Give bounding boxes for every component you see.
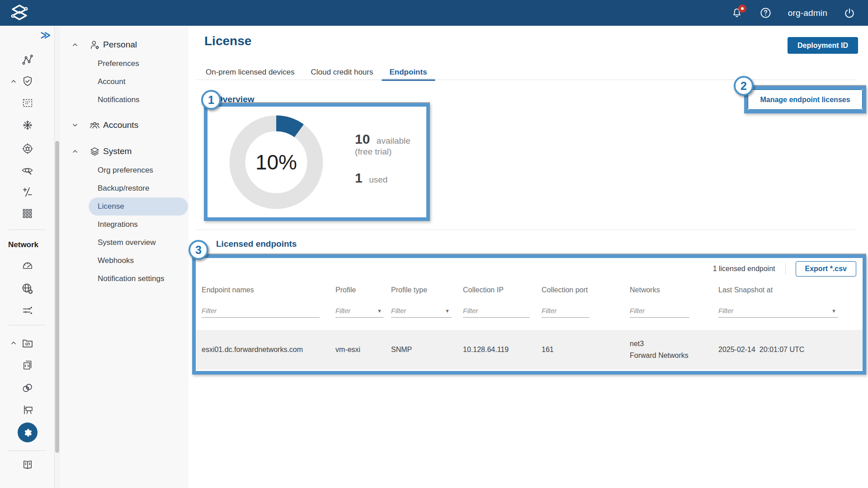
sidebar-item-notification-settings[interactable]: Notification settings <box>60 270 189 288</box>
network-org: Forward Networks <box>630 350 718 361</box>
filter-profile-type-select[interactable] <box>391 307 445 314</box>
diff-icon[interactable] <box>0 183 55 201</box>
table-row[interactable]: esxi01.dc.forwardnetworks.com vm-esxi SN… <box>196 330 863 370</box>
page-title: License <box>204 34 251 48</box>
documentation-book-icon[interactable] <box>0 456 55 474</box>
col-collection-port: Collection port <box>542 286 630 294</box>
sidebar-item-system-overview[interactable]: System overview <box>60 234 189 252</box>
rail-scrollbar[interactable] <box>55 26 60 488</box>
verify-shield-icon[interactable] <box>0 72 55 90</box>
overview-annotation-box: 10% 10 available (free trial) 1 used <box>204 103 430 221</box>
usage-donut-chart: 10% <box>227 113 325 211</box>
sidebar-item-preferences[interactable]: Preferences <box>60 55 189 73</box>
cell-profile: vm-esxi <box>335 346 391 354</box>
rail-divider <box>8 450 46 451</box>
filter-collection-ip-input[interactable] <box>463 307 530 314</box>
notification-badge <box>738 5 746 13</box>
chevron-up-icon <box>69 148 81 155</box>
callout-2: 2 <box>734 76 754 96</box>
col-endpoint-names: Endpoint names <box>202 286 335 294</box>
sidebar-section-personal[interactable]: Personal <box>60 35 189 55</box>
filter-last-snapshot-select[interactable] <box>718 307 831 314</box>
filter-profile-select[interactable] <box>335 307 377 314</box>
manage-endpoint-licenses-button[interactable]: Manage endpoint licenses <box>748 89 863 110</box>
cell-collection-ip: 10.128.64.119 <box>463 346 542 354</box>
rail-divider <box>8 325 46 325</box>
sidebar-item-license[interactable]: License <box>89 197 188 216</box>
licensed-endpoints-heading: Licensed endpoints <box>216 239 297 249</box>
top-bar: org-admin <box>0 0 868 26</box>
nqe-folder-code-icon[interactable] <box>0 334 55 352</box>
scrollbar-thumb[interactable] <box>55 141 59 453</box>
dashboard-gauge-icon[interactable] <box>0 257 55 275</box>
logout-power-icon[interactable] <box>843 6 856 20</box>
forward-networks-logo-icon <box>10 4 29 22</box>
chevron-down-icon <box>69 122 81 128</box>
tab-cloud-credit-hours[interactable]: Cloud credit hours <box>303 65 382 80</box>
filter-endpoint-names-input[interactable] <box>202 307 320 314</box>
callout-1: 1 <box>201 90 221 110</box>
dropdown-caret-icon[interactable]: ▼ <box>445 308 452 314</box>
expand-rail-icon[interactable]: ≫ <box>40 30 51 40</box>
endpoint-count: 1 licensed endpoint <box>713 265 775 273</box>
tune-sliders-icon[interactable] <box>0 301 55 319</box>
sidebar-item-notifications[interactable]: Notifications <box>60 91 189 109</box>
section-label: System <box>103 146 132 156</box>
user-menu[interactable]: org-admin <box>788 8 827 18</box>
col-profile: Profile <box>335 286 391 294</box>
col-last-snapshot-at: Last Snapshot at <box>718 286 863 294</box>
filter-networks-input[interactable] <box>630 307 689 314</box>
notifications-bell-icon[interactable] <box>730 6 744 20</box>
cell-networks: net3 Forward Networks <box>630 338 718 361</box>
paths-icon[interactable] <box>0 51 55 69</box>
usage-percent: 10% <box>227 113 325 211</box>
sidebar-item-integrations[interactable]: Integrations <box>60 216 189 234</box>
hub-spread-icon[interactable] <box>0 116 55 134</box>
export-csv-button[interactable]: Export *.csv <box>796 261 856 277</box>
chevron-up-icon <box>69 42 81 48</box>
linked-circles-icon[interactable] <box>0 379 55 397</box>
tab-endpoints[interactable]: Endpoints <box>382 65 435 80</box>
section-label: Accounts <box>103 120 138 130</box>
cell-last-snapshot: 2025-02-14 20:01:07 UTC <box>718 346 863 354</box>
layers-icon <box>88 146 101 157</box>
section-label: Personal <box>103 40 137 50</box>
nqe-library-icon[interactable] <box>0 356 55 374</box>
workbench-icon[interactable] <box>0 401 55 419</box>
license-tabs: On-prem licensed devices Cloud credit ho… <box>198 65 435 80</box>
inspect-eye-icon[interactable] <box>0 161 55 179</box>
filter-collection-port-input[interactable] <box>542 307 590 314</box>
cell-collection-port: 161 <box>542 346 630 354</box>
bug-capture-icon[interactable] <box>0 140 55 158</box>
cell-endpoint-name: esxi01.dc.forwardnetworks.com <box>202 346 335 354</box>
section-divider <box>197 230 855 230</box>
dropdown-caret-icon[interactable]: ▼ <box>831 308 838 314</box>
apps-grid-icon[interactable] <box>0 204 55 222</box>
settings-gear-active[interactable] <box>0 423 55 441</box>
sidebar-item-org-preferences[interactable]: Org preferences <box>60 161 189 179</box>
network-globe-settings-icon[interactable] <box>0 279 55 297</box>
licensed-endpoints-table: 1 licensed endpoint Export *.csv Endpoin… <box>196 258 863 371</box>
table-filter-row: ▼ ▼ ▼ <box>196 304 863 318</box>
settings-sidebar: Personal Preferences Account Notificatio… <box>60 26 189 488</box>
deployment-id-button[interactable]: Deployment ID <box>788 37 858 54</box>
cell-profile-type: SNMP <box>391 346 463 354</box>
col-profile-type: Profile type <box>391 286 463 294</box>
sidebar-item-webhooks[interactable]: Webhooks <box>60 252 189 270</box>
endpoints-annotation-box: 1 licensed endpoint Export *.csv Endpoin… <box>192 254 866 375</box>
dropdown-caret-icon[interactable]: ▼ <box>377 308 384 314</box>
sidebar-section-accounts[interactable]: Accounts <box>60 115 189 135</box>
help-icon[interactable] <box>759 6 773 20</box>
col-collection-ip: Collection IP <box>463 286 542 294</box>
network-section-label: Network <box>8 240 38 249</box>
main-content: License Deployment ID On-prem licensed d… <box>189 26 868 488</box>
map-region-icon[interactable] <box>0 94 55 112</box>
sidebar-item-account[interactable]: Account <box>60 73 189 91</box>
tabs-divider <box>197 80 855 80</box>
manage-annotation-box: Manage endpoint licenses <box>744 86 866 113</box>
sidebar-item-backup-restore[interactable]: Backup/restore <box>60 179 189 197</box>
meta-divider <box>785 263 786 275</box>
available-stat: 10 available (free trial) <box>355 131 426 157</box>
tab-on-prem-licensed-devices[interactable]: On-prem licensed devices <box>198 65 303 80</box>
sidebar-section-system[interactable]: System <box>60 141 189 161</box>
